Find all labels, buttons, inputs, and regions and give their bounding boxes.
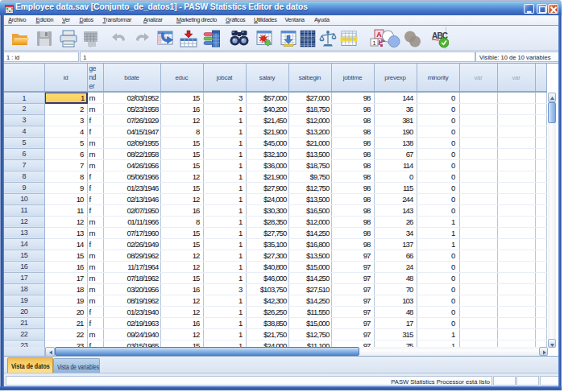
svg-text:1: 1 — [372, 39, 376, 47]
